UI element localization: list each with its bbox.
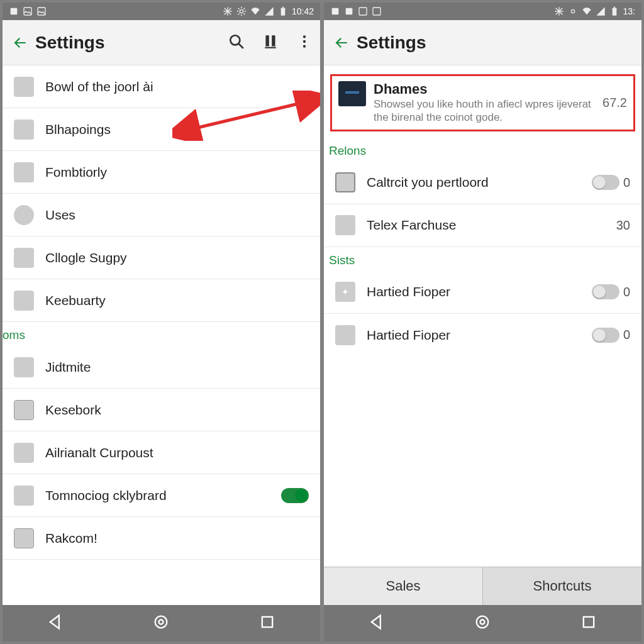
svg-rect-30 bbox=[332, 8, 339, 15]
back-button[interactable] bbox=[10, 33, 30, 53]
app-icon bbox=[14, 248, 34, 268]
nav-home-button[interactable] bbox=[152, 613, 170, 633]
list-item-label: Uses bbox=[45, 208, 309, 223]
svg-rect-16 bbox=[281, 8, 286, 16]
wifi-icon bbox=[582, 6, 592, 16]
page-title: Settings bbox=[357, 33, 634, 53]
phone-left: 10:42 Settings Bowl of the joorl ài Blha… bbox=[3, 3, 320, 641]
list-item-value: 30 bbox=[616, 218, 630, 233]
app-icon bbox=[14, 291, 34, 311]
svg-rect-31 bbox=[346, 8, 353, 15]
svg-point-18 bbox=[230, 35, 240, 45]
list-item[interactable]: Fombtiorly bbox=[3, 151, 320, 194]
list-item-label: Hartied Fioper bbox=[367, 284, 592, 299]
battery-icon bbox=[609, 6, 619, 16]
toggle-switch[interactable] bbox=[281, 488, 309, 503]
app-icon bbox=[14, 162, 34, 182]
nav-back-button[interactable] bbox=[368, 613, 386, 633]
svg-point-43 bbox=[477, 616, 489, 628]
list-item-label: Telex Farchuse bbox=[367, 218, 616, 233]
image-icon bbox=[358, 6, 368, 16]
list-item-label: Bowl of the joorl ài bbox=[45, 79, 309, 94]
nav-recent-button[interactable] bbox=[580, 613, 597, 633]
image-icon bbox=[23, 6, 33, 16]
svg-rect-2 bbox=[38, 8, 45, 15]
svg-rect-22 bbox=[265, 47, 275, 48]
svg-rect-17 bbox=[282, 7, 284, 8]
app-icon bbox=[14, 205, 34, 225]
svg-rect-1 bbox=[24, 8, 31, 15]
app-icon bbox=[14, 119, 34, 140]
overflow-menu-button[interactable] bbox=[296, 33, 313, 52]
list-item[interactable]: Kesebork bbox=[3, 389, 320, 431]
toggle-switch[interactable] bbox=[592, 328, 619, 343]
svg-line-19 bbox=[238, 43, 243, 48]
android-nav-bar bbox=[324, 605, 641, 641]
image2-icon bbox=[36, 6, 47, 16]
app-icon bbox=[14, 528, 34, 548]
app-icon: ✦ bbox=[335, 282, 355, 302]
list-item-label: Fombtiorly bbox=[45, 165, 309, 180]
monitor-icon bbox=[335, 172, 355, 192]
list-item[interactable]: Rakcom! bbox=[3, 517, 320, 560]
settings-list-left[interactable]: Bowl of the joorl ài Blhapoings Fombtior… bbox=[3, 65, 320, 605]
nav-back-button[interactable] bbox=[47, 613, 64, 633]
app-icon bbox=[14, 443, 34, 463]
list-item[interactable]: Telex Farchuse 30 bbox=[324, 204, 641, 247]
notification2-icon bbox=[344, 6, 354, 16]
app-icon bbox=[335, 325, 355, 345]
list-item[interactable]: Ailrianalt Curpoust bbox=[3, 431, 320, 474]
image2-icon bbox=[372, 6, 382, 16]
app-icon bbox=[14, 400, 34, 420]
list-item[interactable]: Jidtmite bbox=[3, 346, 320, 389]
svg-rect-33 bbox=[373, 8, 380, 15]
list-item[interactable]: Hartied Fioper 0 bbox=[324, 314, 641, 357]
list-item[interactable]: Tomnociog cklybrard bbox=[3, 474, 320, 517]
svg-rect-32 bbox=[359, 8, 367, 15]
list-item[interactable]: ✦ Hartied Fioper 0 bbox=[324, 271, 641, 314]
list-item-label: Rakcom! bbox=[45, 531, 309, 546]
app-bar: Settings bbox=[3, 20, 320, 65]
svg-point-44 bbox=[480, 620, 485, 625]
app-icon bbox=[14, 357, 34, 377]
list-item[interactable]: Keebuarty bbox=[3, 279, 320, 322]
status-bar: 13: bbox=[324, 3, 641, 20]
list-item-label: Cllogle Sugpy bbox=[45, 250, 309, 265]
toggle-switch[interactable] bbox=[592, 175, 619, 190]
list-item-value: 0 bbox=[623, 285, 630, 299]
list-item[interactable]: Caltrcit you pertloord 0 bbox=[324, 162, 641, 204]
list-item-value: 0 bbox=[623, 328, 630, 342]
list-item[interactable]: Uses bbox=[3, 194, 320, 236]
card-value: 67.2 bbox=[602, 96, 627, 110]
nav-home-button[interactable] bbox=[474, 613, 491, 633]
notification-icon bbox=[330, 6, 340, 16]
highlighted-item-dhames[interactable]: Dhames Showsel you like houth in afiecl … bbox=[330, 74, 635, 131]
search-button[interactable] bbox=[228, 33, 245, 52]
settings-list-right[interactable]: Dhames Showsel you like houth in afiecl … bbox=[324, 65, 641, 567]
gear-icon bbox=[236, 6, 247, 16]
tab-sales[interactable]: Sales bbox=[324, 567, 483, 605]
list-item[interactable]: Bowl of the joorl ài bbox=[3, 65, 320, 108]
nav-recent-button[interactable] bbox=[258, 613, 276, 633]
list-item[interactable]: Cllogle Sugpy bbox=[3, 236, 320, 279]
status-time: 10:42 bbox=[292, 6, 314, 16]
svg-rect-28 bbox=[262, 617, 272, 627]
back-button[interactable] bbox=[331, 33, 352, 53]
svg-point-23 bbox=[303, 35, 306, 38]
list-item-label: Tomnociog cklybrard bbox=[45, 488, 281, 503]
toggle-switch[interactable] bbox=[592, 284, 619, 299]
status-bar: 10:42 bbox=[3, 3, 320, 20]
list-item[interactable]: Blhapoings bbox=[3, 108, 320, 151]
snowflake-icon bbox=[554, 6, 564, 16]
svg-point-27 bbox=[159, 620, 164, 625]
battery-icon bbox=[278, 6, 288, 16]
pause-icon[interactable] bbox=[262, 33, 279, 52]
signal-icon bbox=[596, 6, 606, 16]
list-item-value: 0 bbox=[623, 175, 630, 190]
svg-rect-20 bbox=[265, 35, 269, 46]
svg-point-25 bbox=[303, 45, 306, 47]
wifi-icon bbox=[250, 6, 260, 16]
svg-line-13 bbox=[243, 13, 245, 14]
page-title: Settings bbox=[35, 33, 228, 53]
tab-shortcuts[interactable]: Shortcuts bbox=[483, 567, 641, 605]
